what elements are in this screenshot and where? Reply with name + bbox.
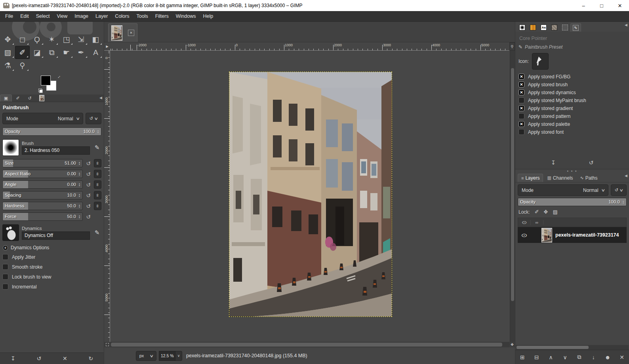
collapse-icon[interactable]: ◀ <box>625 174 627 178</box>
tool-crop[interactable]: ◳ <box>59 33 74 46</box>
reset-icon[interactable]: ↺ <box>85 160 92 167</box>
raise-layer-icon[interactable]: ∧ <box>546 354 556 360</box>
new-group-icon[interactable]: ⊟ <box>532 354 541 360</box>
edit-dynamics-icon[interactable]: ✎ <box>93 229 101 236</box>
tool-eraser[interactable]: ◪ <box>30 46 44 59</box>
tab-tool-preset-editor[interactable]: ✎ <box>570 23 581 32</box>
reset-icon[interactable]: ↺ <box>85 182 92 188</box>
spacing-slider[interactable]: Spacing 10.0 ▴▾ <box>2 191 83 199</box>
scrollbar-thumb[interactable] <box>111 343 502 347</box>
save-preset-icon[interactable]: ↧ <box>551 159 556 166</box>
menu-view[interactable]: View <box>53 11 71 21</box>
maximize-button[interactable]: □ <box>593 0 611 11</box>
dynamics-selector[interactable]: Dynamics Off <box>22 231 90 240</box>
tool-unified-transform[interactable]: ⇲ <box>74 33 88 46</box>
reset-icon[interactable]: ↺ <box>85 192 92 199</box>
save-options-icon[interactable]: ↧ <box>7 355 19 362</box>
apply-stored-brush-option[interactable]: ✕ Apply stored brush <box>518 82 626 87</box>
tool-clone[interactable]: ⧉ <box>44 46 59 59</box>
tab-tool-options[interactable]: ▣ <box>0 95 12 102</box>
layer-visibility-icon[interactable]: ⊙ <box>518 232 530 238</box>
tab-patterns[interactable] <box>549 23 560 32</box>
tab-image-thumbnail[interactable] <box>36 95 48 102</box>
apply-stored-fgbg-option[interactable]: ✕ Apply stored FG/BG <box>518 74 626 80</box>
merge-down-icon[interactable]: ↓ <box>589 354 598 360</box>
scrollbar-thumb[interactable] <box>517 346 589 349</box>
menu-colors[interactable]: Colors <box>111 11 133 21</box>
zoom-follow-window-button[interactable]: ⚲ <box>509 42 515 51</box>
apply-stored-palette-option[interactable]: ✕ Apply stored palette <box>518 121 626 127</box>
revert-preset-icon[interactable]: ↺ <box>589 159 593 166</box>
tool-gradient[interactable]: ▨ <box>0 46 15 59</box>
reset-icon[interactable]: ↺ <box>85 214 92 220</box>
layer-opacity-slider[interactable]: Opacity 100.0 ▴▾ <box>518 198 627 206</box>
collapse-icon[interactable]: ◀ <box>99 96 102 100</box>
lock-paint-icon[interactable]: ✐ <box>535 209 539 215</box>
horizontal-ruler[interactable]: -2000 -1000 0 1000 2000 3000 4000 5000 <box>110 42 509 51</box>
mode-reset-button[interactable]: ↺ ∨ <box>86 113 101 124</box>
apply-jitter-option[interactable]: Apply Jitter <box>2 254 101 260</box>
preset-icon-button[interactable] <box>532 53 549 70</box>
menu-tools[interactable]: Tools <box>133 11 151 21</box>
edit-brush-icon[interactable]: ✎ <box>93 144 101 151</box>
chevron-down-icon[interactable]: ∨ <box>175 351 182 361</box>
tool-move[interactable]: ✥ <box>0 33 15 46</box>
navigation-button[interactable]: ✥ <box>509 342 515 347</box>
opacity-slider[interactable]: Opacity 100.0 ▴▾ <box>2 127 101 136</box>
menu-edit[interactable]: Edit <box>17 11 32 21</box>
ruler-menu-button[interactable]: ▶ <box>104 42 110 51</box>
brush-thumbnail[interactable] <box>2 139 19 156</box>
apply-stored-mypaint-brush-option[interactable]: Apply stored MyPaint brush <box>518 97 626 103</box>
menu-filters[interactable]: Filters <box>152 11 172 21</box>
menu-image[interactable]: Image <box>71 11 92 21</box>
tool-ink[interactable]: ✒ <box>74 46 88 59</box>
layer-name[interactable]: pexels-iramezatil-73923174 <box>555 232 619 238</box>
tab-paths[interactable]: ∿ Paths <box>577 174 601 182</box>
menu-windows[interactable]: Windows <box>172 11 200 21</box>
add-mask-icon[interactable]: ☻ <box>603 354 612 360</box>
aspect-ratio-slider[interactable]: Aspect Ratio 0.00 ▴▾ <box>2 170 83 178</box>
tool-bucket-fill[interactable]: ◧ <box>88 33 103 46</box>
canvas-image[interactable] <box>229 72 392 317</box>
lock-brush-to-view-option[interactable]: Lock brush to view <box>2 274 101 280</box>
force-slider[interactable]: Force 50.0 ▴▾ <box>2 212 83 221</box>
tab-gradients[interactable] <box>528 23 538 32</box>
spinner-icon[interactable]: ▴▾ <box>96 128 100 135</box>
vertical-scrollbar[interactable] <box>510 51 515 342</box>
tab-buffers[interactable] <box>560 23 570 32</box>
apply-stored-pattern-option[interactable]: Apply stored pattern <box>518 113 626 119</box>
collapse-icon[interactable]: ◀ <box>625 23 627 27</box>
close-button[interactable]: ✕ <box>611 0 629 11</box>
menu-file[interactable]: File <box>2 11 17 21</box>
new-layer-icon[interactable]: ⊞ <box>518 354 527 360</box>
apply-stored-dynamics-option[interactable]: ✕ Apply stored dynamics <box>518 89 626 95</box>
tool-fuzzy-select[interactable]: ✶ <box>44 33 59 46</box>
tool-color-picker[interactable]: ⚗ <box>0 59 15 72</box>
image-tab[interactable]: ✕ <box>108 23 137 42</box>
lock-position-icon[interactable]: ✥ <box>544 209 548 215</box>
layer-row-selected[interactable]: ⊙ pexels-iramezatil-73923174 <box>518 227 627 243</box>
swap-colors-icon[interactable]: ↔ <box>55 73 61 80</box>
apply-stored-gradient-option[interactable]: ✕ Apply stored gradient <box>518 105 626 111</box>
tab-channels[interactable]: ▥ Channels <box>544 174 576 182</box>
default-colors-icon[interactable] <box>38 89 43 93</box>
horizontal-scrollbar[interactable] <box>110 342 509 347</box>
reset-icon[interactable]: ↺ <box>85 203 92 209</box>
hardness-slider[interactable]: Hardness 50.0 ▴▾ <box>2 202 83 210</box>
minimize-button[interactable]: – <box>574 0 593 11</box>
zoom-input[interactable]: 12.5 % <box>159 351 175 361</box>
layer-mode-dropdown[interactable]: Mode Normal ∨ <box>518 184 608 196</box>
link-toggle[interactable]: ∞ <box>94 180 101 189</box>
reset-icon[interactable]: ↺ <box>85 171 92 177</box>
duplicate-layer-icon[interactable]: ⧉ <box>574 354 584 360</box>
incremental-option[interactable]: Incremental <box>2 284 101 290</box>
layers-horizontal-scrollbar[interactable] <box>516 345 629 350</box>
tab-brushes[interactable] <box>517 23 528 32</box>
unit-dropdown[interactable]: px ∨ <box>136 351 156 361</box>
quick-mask-toggle[interactable] <box>104 342 110 347</box>
size-slider[interactable]: Size 51.00 ▴▾ <box>2 159 83 167</box>
link-toggle[interactable]: ∞ <box>94 159 101 167</box>
tab-undo-history[interactable]: ↺ <box>24 95 36 102</box>
close-icon[interactable]: ✕ <box>128 30 134 36</box>
link-toggle[interactable]: ∞ <box>94 170 101 178</box>
